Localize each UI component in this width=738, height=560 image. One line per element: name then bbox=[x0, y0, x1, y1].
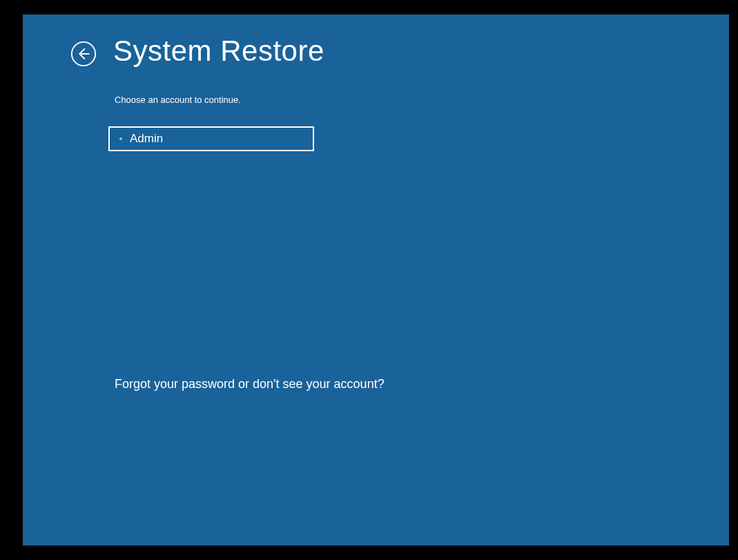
bullet-icon bbox=[119, 137, 122, 140]
back-button[interactable] bbox=[70, 41, 97, 67]
forgot-password-link[interactable]: Forgot your password or don't see your a… bbox=[115, 377, 385, 392]
page-title: System Restore bbox=[113, 35, 324, 68]
account-label: Admin bbox=[130, 132, 163, 146]
recovery-screen: System Restore Choose an account to cont… bbox=[23, 15, 729, 545]
account-item-admin[interactable]: Admin bbox=[108, 126, 314, 151]
instruction-text: Choose an account to continue. bbox=[115, 95, 241, 105]
back-arrow-icon bbox=[70, 41, 97, 67]
